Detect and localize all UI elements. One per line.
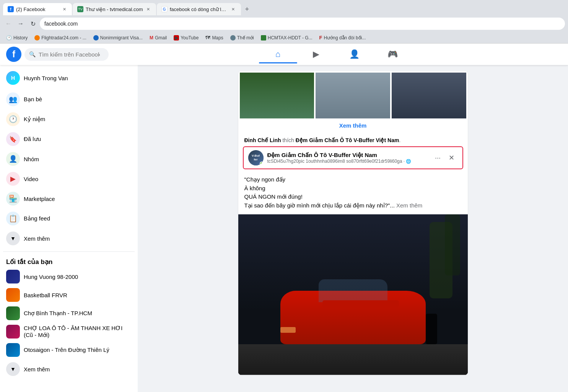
sidebar-friends-label: Bạn bè xyxy=(24,96,42,103)
search-bar[interactable]: 🔍 xyxy=(24,48,109,61)
sidebar-item-saved[interactable]: 🔖 Đã lưu xyxy=(3,129,135,149)
shortcuts-see-more-button[interactable]: ▼ Xem thêm xyxy=(3,359,135,379)
shortcut-hungvuong[interactable]: Hung Vuong 98-2000 xyxy=(3,267,135,286)
bookmark-nonimmigrant[interactable]: Nonimmigrant Visa... xyxy=(90,34,146,42)
sidebar-item-groups[interactable]: 👤 Nhóm xyxy=(3,149,135,169)
video-icon: ▶ xyxy=(6,172,20,186)
post-meta: Đệm Giảm Chấn Ô Tô V-Buffer Việt Nam tcS… xyxy=(267,152,432,164)
sidebar-see-more-label: Xem thêm xyxy=(24,235,50,242)
back-button[interactable]: ← xyxy=(3,18,14,29)
shortcut-chobithanh-label: Chợ Bình Thạnh - TP.HCM xyxy=(24,310,92,317)
bookmark-history-label: History xyxy=(13,35,28,40)
search-icon: 🔍 xyxy=(29,51,36,57)
sidebar-groups-label: Nhóm xyxy=(24,156,39,162)
sidebar-item-feed[interactable]: 📋 Bảng feed xyxy=(3,209,135,228)
forward-button[interactable]: → xyxy=(15,18,26,29)
shortcut-otosaigon-label: Otosaigon - Trên Đường Thiên Lý xyxy=(24,347,109,353)
shortcut-basketball[interactable]: Basketball FRVR xyxy=(3,286,135,304)
new-tab-button[interactable]: + xyxy=(242,4,252,15)
bookmark-flightradar-label: Flightradar24.com - ... xyxy=(41,35,86,40)
post-sub-text: tcSDi45u7hg20pic 1outhhnha0896im8 so870r… xyxy=(267,159,405,164)
bookmark-huongdan-label: Hướng dẫn đòi bồi... xyxy=(324,35,366,40)
post-actions-right: ··· ✕ xyxy=(432,152,458,164)
bookmark-youtube[interactable]: ▶ YouTube xyxy=(171,34,202,42)
nav-home-button[interactable]: ⌂ xyxy=(259,45,297,63)
sidebar-see-more-button[interactable]: ▼ Xem thêm xyxy=(3,228,135,248)
shortcut-chobithanh[interactable]: Chợ Bình Thạnh - TP.HCM xyxy=(3,304,135,322)
tab-title-facebook: (2) Facebook xyxy=(16,6,59,12)
sidebar-item-marketplace[interactable]: 🏪 Marketplace xyxy=(3,189,135,209)
sidebar-video-label: Video xyxy=(24,176,38,182)
user-avatar: H xyxy=(6,71,20,85)
tab-close-tvmedical[interactable]: ✕ xyxy=(145,6,151,12)
activity-dot: . xyxy=(399,137,400,143)
nav-video-button[interactable]: ▶ xyxy=(297,45,335,63)
post-header: V-Buffer Đệm Giảm Chấn Ô Tô V-Buffer Việ… xyxy=(243,146,463,169)
bookmark-nonimmigrant-label: Nonimmigrant Visa... xyxy=(100,35,143,40)
tab-close-google[interactable]: ✕ xyxy=(230,6,236,12)
activity-user[interactable]: Đinh Chế Linh xyxy=(244,137,281,143)
post-more-options-button[interactable]: ··· xyxy=(432,152,444,164)
address-input[interactable]: facebook.com xyxy=(40,18,565,30)
fb-main: H Huynh Trong Van 👥 Bạn bè 🕐 Kỷ niệm 🔖 Đ… xyxy=(0,65,568,392)
tab-google[interactable]: G facebook có dòng chữ lạ - Tim... ✕ xyxy=(157,3,241,15)
post-see-more-button[interactable]: Xem thêm xyxy=(396,202,422,209)
shortcut-choloa[interactable]: CHỢ LOA Ô TÔ - ÂM THANH XE HƠI (Cũ - Mới… xyxy=(3,322,135,341)
address-text: facebook.com xyxy=(44,21,78,27)
facebook-app: f 🔍 ⌂ ▶ 👤 🎮 H Huynh Trong V xyxy=(0,44,568,392)
tab-tvmedical[interactable]: TV Thư viện - tvtmedical.com ✕ xyxy=(73,3,156,15)
shortcut-basketball-icon xyxy=(6,288,20,302)
post-activity: Đinh Chế Linh thích Đệm Giảm Chấn Ô Tô V… xyxy=(238,133,468,146)
photo-thumb-3[interactable] xyxy=(392,73,466,118)
feed: Xem thêm Đinh Chế Linh thích Đệm Giảm Ch… xyxy=(138,65,568,392)
sidebar-saved-label: Đã lưu xyxy=(24,136,41,143)
sidebar-item-memories[interactable]: 🕐 Kỷ niệm xyxy=(3,109,135,129)
bookmark-gmail[interactable]: M Gmail xyxy=(146,34,170,42)
tab-favicon-google: G xyxy=(161,6,168,12)
shortcuts-see-more-label: Xem thêm xyxy=(24,366,50,373)
sidebar-item-friends[interactable]: 👥 Bạn bè xyxy=(3,89,135,109)
bookmark-maps[interactable]: 🗺 Maps xyxy=(202,34,226,42)
friends-icon: 👥 xyxy=(6,92,20,106)
sidebar: H Huynh Trong Van 👥 Bạn bè 🕐 Kỷ niệm 🔖 Đ… xyxy=(0,65,138,392)
bookmark-flightradar[interactable]: Flightradar24.com - ... xyxy=(31,34,89,42)
bookmark-hcmtax-label: HCMTAX-HDDT - G... xyxy=(268,35,312,40)
bookmark-huongdan[interactable]: F Hướng dẫn đòi bồi... xyxy=(316,34,369,42)
see-more-photos-label: Xem thêm xyxy=(339,122,367,129)
see-more-photos-button[interactable]: Xem thêm xyxy=(238,118,468,133)
marketplace-icon: 🏪 xyxy=(6,192,20,206)
tab-favicon-facebook: f xyxy=(8,6,14,12)
video-nav-icon: ▶ xyxy=(313,49,319,59)
memories-icon: 🕐 xyxy=(6,112,20,126)
post-page-name[interactable]: Đệm Giảm Chấn Ô Tô V-Buffer Việt Nam xyxy=(267,152,432,159)
shortcut-otosaigon-icon xyxy=(6,343,20,357)
facebook-logo[interactable]: f xyxy=(6,47,21,62)
post-image[interactable] xyxy=(238,214,468,375)
reload-button[interactable]: ↻ xyxy=(28,18,38,29)
post-text-line4: Tại sao đến bây giờ mình mới chịu lắp cá… xyxy=(244,201,462,210)
post-close-button[interactable]: ✕ xyxy=(446,152,458,164)
sidebar-item-video[interactable]: ▶ Video xyxy=(3,169,135,189)
sidebar-feed-label: Bảng feed xyxy=(24,215,50,222)
tab-title-google: facebook có dòng chữ lạ - Tim... xyxy=(170,6,228,12)
tab-close-facebook[interactable]: ✕ xyxy=(61,6,67,12)
nav-people-button[interactable]: 👤 xyxy=(335,45,374,63)
groups-icon: 👤 xyxy=(6,152,20,166)
shortcut-otosaigon[interactable]: Otosaigon - Trên Đường Thiên Lý xyxy=(3,341,135,359)
tab-bar: f (2) Facebook ✕ TV Thư viện - tvtmedica… xyxy=(0,0,568,15)
photo-thumb-2[interactable] xyxy=(316,73,390,118)
sidebar-user[interactable]: H Huynh Trong Van xyxy=(3,68,135,88)
bookmark-history[interactable]: 🕐 History xyxy=(3,34,31,42)
search-input[interactable] xyxy=(39,51,100,58)
activity-page[interactable]: Đệm Giảm Chấn Ô Tô V-Buffer Việt Nam xyxy=(296,137,399,143)
tab-facebook[interactable]: f (2) Facebook ✕ xyxy=(3,3,72,15)
post-text-line2: À không xyxy=(244,184,462,193)
bookmark-thegioi[interactable]: Thế mới xyxy=(227,34,257,42)
facebook-topnav: f 🔍 ⌂ ▶ 👤 🎮 xyxy=(0,44,568,65)
nav-gaming-button[interactable]: 🎮 xyxy=(374,45,412,63)
photo-thumb-1[interactable] xyxy=(240,73,314,118)
online-indicator xyxy=(260,162,264,165)
nav-center: ⌂ ▶ 👤 🎮 xyxy=(109,45,562,63)
bookmark-youtube-label: YouTube xyxy=(181,35,199,40)
bookmark-hcmtax[interactable]: HCMTAX-HDDT - G... xyxy=(258,34,316,42)
